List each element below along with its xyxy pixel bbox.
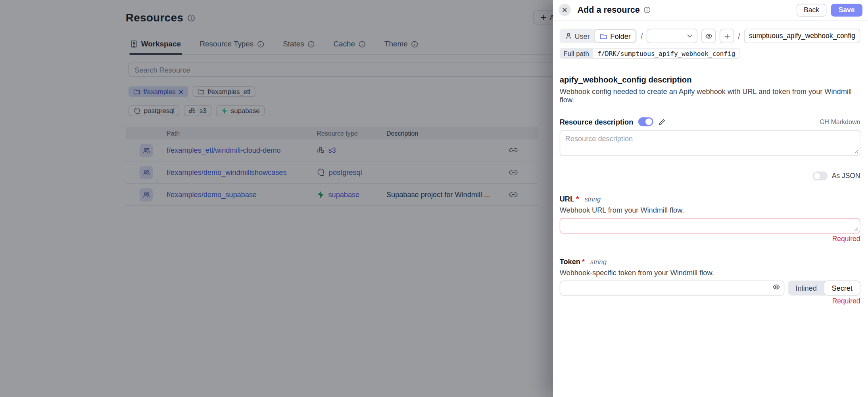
resource-name-input[interactable] [744,29,860,43]
info-icon[interactable] [644,7,651,13]
required-error: Required [560,297,860,305]
markdown-hint: GH Markdown [820,119,860,125]
chevron-down-icon [687,35,693,38]
full-path: Full path f/DRK/sumptuous_apify_webhook_… [560,48,860,59]
resource-description-textarea[interactable] [560,130,860,156]
field-name: Token [560,257,580,266]
path-separator: / [641,32,643,40]
description-label: Resource description [560,118,634,126]
full-path-value: f/DRK/sumptuous_apify_webhook_config [593,48,741,59]
token-mode-secret[interactable]: Secret [824,280,860,295]
owner-folder-segment[interactable]: Folder [595,29,636,42]
url-input[interactable] [560,218,860,234]
owner-user-segment[interactable]: User [560,29,595,42]
folder-icon [600,33,607,39]
plus-icon [724,33,730,39]
description-label-row: Resource description GH Markdown [560,117,860,126]
user-icon [565,33,572,39]
path-separator: / [738,32,740,40]
save-button[interactable]: Save [831,4,862,16]
drawer-header: Add a resource Back Save [553,0,868,21]
token-mode-segmented: Inlined Secret [788,280,860,295]
token-mode-inlined[interactable]: Inlined [788,280,824,295]
as-json-toggle[interactable] [812,172,828,180]
view-folder-button[interactable] [701,29,716,43]
pencil-icon[interactable] [658,118,665,125]
required-error: Required [560,235,860,243]
field-token: Token * string Webhook-specific token fr… [560,257,860,305]
close-icon[interactable] [559,4,571,16]
screen: Resources Add resource Workspace Resourc… [0,0,868,397]
folder-select[interactable] [647,29,697,43]
add-resource-drawer: Add a resource Back Save User Folder [553,0,868,397]
field-url: URL * string Webhook URL from your Windm… [560,195,860,243]
as-json-label: As JSON [832,172,860,180]
schema-description: Webhook config needed to create an Apify… [560,87,860,104]
field-help: Webhook-specific token from your Windmil… [560,269,860,277]
path-builder: User Folder / / [560,29,860,43]
field-type: string [590,258,607,266]
full-path-label: Full path [560,48,593,59]
field-name: URL [560,195,574,203]
eye-icon [705,33,712,39]
as-json-row: As JSON [560,172,860,180]
add-folder-button[interactable] [720,29,734,43]
drawer-title: Add a resource [577,5,639,15]
required-asterisk: * [582,257,585,266]
token-input[interactable] [560,280,785,295]
drawer-body: User Folder / / [553,21,868,305]
schema-title: apify_webhook_config description [560,75,860,84]
owner-kind-segmented: User Folder [560,29,637,43]
description-toggle[interactable] [638,117,653,126]
field-type: string [584,196,601,203]
field-help: Webhook URL from your Windmill flow. [560,206,860,214]
required-asterisk: * [576,195,579,203]
eye-icon[interactable] [773,284,780,290]
back-button[interactable]: Back [797,4,826,16]
